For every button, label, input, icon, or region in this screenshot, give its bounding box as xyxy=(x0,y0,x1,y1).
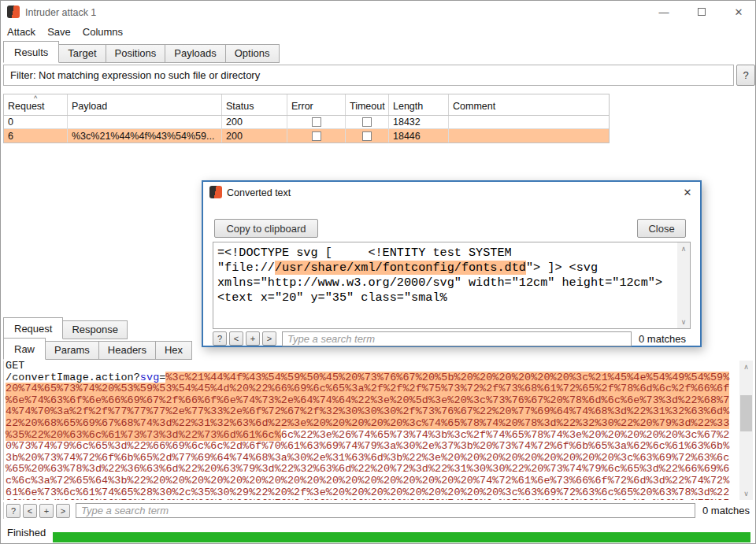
scroll-down-icon[interactable]: ∨ xyxy=(739,487,753,500)
tab-positions[interactable]: Positions xyxy=(106,44,166,63)
tab-target[interactable]: Target xyxy=(58,44,106,63)
filter-text: Filter: Not matching expression no such … xyxy=(10,69,260,81)
editor-search-buttons: ?<+> xyxy=(6,504,70,518)
column-header-timeout[interactable]: Timeout xyxy=(346,94,389,115)
burp-icon xyxy=(209,186,222,198)
scroll-up-icon[interactable]: ∧ xyxy=(739,361,753,373)
request-text-segment: 3b%20%73%74%72%6f%6b%65%2d%77%69%64%74%6… xyxy=(6,452,729,464)
table-row[interactable]: 6%3c%21%44%4f%43%54%59...20018446 xyxy=(4,129,609,142)
converted-text-segment: xmlns="http://www.w3.org/2000/svg" width… xyxy=(217,276,662,290)
cell-timeout xyxy=(346,116,389,128)
converted-text-area[interactable]: =<!DOCTYPE svg [ <!ENTITY test SYSTEM"fi… xyxy=(213,242,691,329)
progress-bar xyxy=(53,532,750,542)
cell-status: 200 xyxy=(222,116,287,128)
request-line: /convertImage.action?svg=%3c%21%44%4f%43… xyxy=(6,372,739,384)
minimize-button[interactable]: — xyxy=(651,1,676,23)
table-row[interactable]: 020018432 xyxy=(4,116,609,129)
results-table: ^RequestPayloadStatusErrorTimeoutLengthC… xyxy=(3,94,610,143)
column-header-request[interactable]: ^Request xyxy=(4,94,68,115)
message-tab-strip: RequestResponse xyxy=(3,320,128,339)
close-button[interactable]: ✕ xyxy=(726,1,751,23)
cell-comment xyxy=(449,116,609,128)
column-header-comment[interactable]: Comment xyxy=(449,94,609,115)
column-header-label: Error xyxy=(291,101,313,112)
column-header-payload[interactable]: Payload xyxy=(68,94,222,115)
dialog-search-next-match-button[interactable]: > xyxy=(262,331,276,346)
scroll-down-icon[interactable]: ∨ xyxy=(677,316,690,328)
cell-comment xyxy=(449,129,609,142)
scroll-up-icon[interactable]: ∧ xyxy=(677,242,690,255)
menu-bar: AttackSaveColumns xyxy=(1,23,755,41)
column-header-label: Request xyxy=(8,101,45,112)
table-header-row: ^RequestPayloadStatusErrorTimeoutLengthC… xyxy=(4,94,609,116)
dialog-search-buttons: ?<+> xyxy=(213,331,276,346)
request-line: %65%20%63%78%3d%22%36%63%6d%22%20%63%79%… xyxy=(6,464,739,476)
window-title: Intruder attack 1 xyxy=(25,7,96,18)
dialog-close-icon[interactable]: ✕ xyxy=(680,184,695,200)
request-text-segment: %35%22%20%63%6c%61%73%73%3d%22%73%6d%61%… xyxy=(6,429,281,441)
dialog-search-bar: ?<+> 0 matches xyxy=(213,331,691,346)
menu-item-columns[interactable]: Columns xyxy=(83,26,123,38)
converted-text-line: =<!DOCTYPE svg [ <!ENTITY test SYSTEM xyxy=(217,246,674,261)
column-header-length[interactable]: Length xyxy=(389,94,449,115)
table-body: 0200184326%3c%21%44%4f%43%54%59...200184… xyxy=(4,116,609,142)
cell-timeout xyxy=(346,129,389,142)
tab-hex[interactable]: Hex xyxy=(155,341,192,360)
request-text-segment: 20%74%65%73%74%20%53%59%53%54%45%4d%20%2… xyxy=(6,383,729,394)
tab-raw[interactable]: Raw xyxy=(3,338,46,360)
dialog-search-prev-match-button[interactable]: < xyxy=(229,331,243,346)
scrollbar-thumb[interactable] xyxy=(740,395,752,431)
request-text-segment: %6e%74%63%6f%6e%66%69%67%2f%66%6f%6e%74%… xyxy=(6,394,729,406)
filter-bar[interactable]: Filter: Not matching expression no such … xyxy=(3,65,734,86)
converted-text-lines: =<!DOCTYPE svg [ <!ENTITY test SYSTEM"fi… xyxy=(217,246,674,305)
column-header-status[interactable]: Status xyxy=(222,94,287,115)
tab-response[interactable]: Response xyxy=(62,320,128,339)
editor-search-next-match-button[interactable]: > xyxy=(56,504,70,518)
menu-item-save[interactable]: Save xyxy=(47,26,71,38)
maximize-button[interactable] xyxy=(689,1,714,23)
tab-options[interactable]: Options xyxy=(225,44,280,63)
copy-to-clipboard-button[interactable]: Copy to clipboard xyxy=(214,219,318,238)
cell-error xyxy=(287,129,346,142)
attack-tab-strip: ResultsTargetPositionsPayloadsOptions xyxy=(3,42,280,63)
dialog-search-input[interactable] xyxy=(282,331,632,346)
column-header-label: Timeout xyxy=(350,101,385,112)
column-header-label: Length xyxy=(393,101,423,112)
view-tab-strip: RawParamsHeadersHex xyxy=(3,341,192,360)
request-editor[interactable]: GET/convertImage.action?svg=%3c%21%44%4f… xyxy=(3,361,739,500)
converted-text-line: <text x="20" y="35" class="smal% xyxy=(217,291,674,305)
filter-help-button[interactable]: ? xyxy=(736,65,755,86)
tab-payloads[interactable]: Payloads xyxy=(165,44,225,63)
menu-item-attack[interactable]: Attack xyxy=(7,26,35,38)
dialog-search-add-button[interactable]: + xyxy=(246,331,260,346)
tab-results[interactable]: Results xyxy=(3,41,59,63)
editor-search-input[interactable] xyxy=(76,503,695,518)
converted-text-segment: "> ]> <svg xyxy=(526,261,598,275)
error-checkbox[interactable] xyxy=(312,117,321,127)
editor-search-matches: 0 matches xyxy=(702,505,750,516)
cell-payload xyxy=(68,116,222,128)
cell-payload: %3c%21%44%4f%43%54%59... xyxy=(68,129,222,142)
request-text-segment: GET xyxy=(6,361,24,372)
dialog-scrollbar[interactable]: ∧ ∨ xyxy=(677,242,690,328)
editor-search-prev-match-button[interactable]: < xyxy=(23,504,37,518)
request-text-segment: 0%73%74%79%6c%65%3d%22%66%69%6c%6c%2d%6f… xyxy=(6,440,729,452)
burp-icon xyxy=(7,6,20,18)
timeout-checkbox[interactable] xyxy=(362,117,372,127)
editor-search-help-button[interactable]: ? xyxy=(6,504,20,518)
error-checkbox[interactable] xyxy=(312,131,321,141)
editor-search-add-button[interactable]: + xyxy=(39,504,54,518)
tab-params[interactable]: Params xyxy=(45,341,99,360)
timeout-checkbox[interactable] xyxy=(362,131,372,141)
column-header-label: Comment xyxy=(453,101,495,112)
dialog-search-help-button[interactable]: ? xyxy=(213,331,227,346)
tab-headers[interactable]: Headers xyxy=(98,341,156,360)
intruder-attack-window: { "colors": { "selection_orange": "#ffc5… xyxy=(0,0,756,544)
tab-request[interactable]: Request xyxy=(3,317,63,339)
column-header-label: Payload xyxy=(72,101,107,112)
request-line: 61%6e%73%6c%61%74%65%28%30%2c%35%30%29%2… xyxy=(6,487,739,499)
editor-scrollbar[interactable]: ∧ ∨ xyxy=(739,361,753,500)
progress-fill xyxy=(53,532,750,542)
column-header-error[interactable]: Error xyxy=(287,94,346,115)
dialog-close-button[interactable]: Close xyxy=(637,219,686,238)
